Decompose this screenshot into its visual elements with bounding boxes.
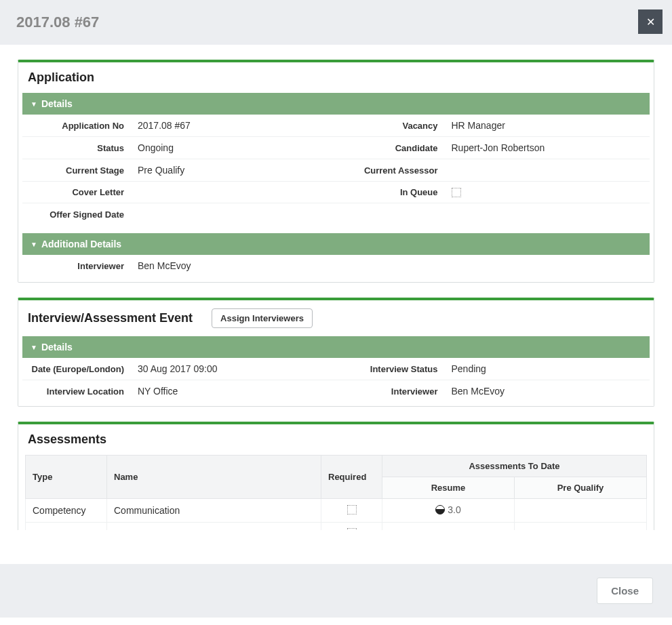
cell-resume — [382, 523, 515, 531]
modal-footer: Close — [0, 564, 672, 618]
label-einterviewer: Interviewer — [336, 380, 445, 402]
modal-title: 2017.08 #67 — [16, 14, 99, 31]
content-scroll[interactable]: Application ▼ Details Application No 201… — [0, 45, 672, 530]
assessments-table: Type Name Required Assessments To Date R… — [25, 455, 647, 530]
value-cover — [131, 182, 336, 203]
value-assessor — [445, 159, 650, 182]
score-badge: 3.0 — [435, 504, 460, 515]
value-stage: Pre Qualify — [131, 159, 336, 182]
assessments-title: Assessments — [18, 424, 654, 455]
label-queue: In Queue — [336, 182, 445, 203]
col-to-date: Assessments To Date — [382, 456, 647, 477]
table-row: Competency Communication 3.0 — [26, 499, 647, 523]
cell-name: Competitive Awareness — [107, 523, 321, 531]
chevron-down-icon: ▼ — [31, 344, 37, 351]
modal-header: 2017.08 #67 ✕ — [0, 0, 672, 45]
label-date: Date (Europe/London) — [22, 358, 131, 380]
label-interviewer: Interviewer — [22, 255, 131, 277]
event-title: Interview/Assessment Event — [28, 311, 193, 325]
label-vacancy: Vacancy — [336, 115, 445, 137]
event-details-grid: Date (Europe/London) 30 Aug 2017 09:00 I… — [22, 358, 650, 402]
table-row: Competency Competitive Awareness — [26, 523, 647, 531]
cell-type: Competency — [26, 499, 107, 523]
col-name: Name — [107, 456, 321, 499]
application-additional-toggle[interactable]: ▼ Additional Details — [22, 233, 650, 255]
event-details-toggle[interactable]: ▼ Details — [22, 336, 650, 358]
application-panel: Application ▼ Details Application No 201… — [18, 60, 654, 283]
label-offer: Offer Signed Date — [22, 203, 131, 225]
chevron-down-icon: ▼ — [31, 241, 37, 248]
chevron-down-icon: ▼ — [31, 100, 37, 108]
col-prequal: Pre Qualify — [515, 477, 647, 499]
cell-prequal — [515, 523, 647, 531]
col-type: Type — [26, 456, 107, 499]
close-icon: ✕ — [646, 16, 655, 28]
assign-interviewers-button[interactable]: Assign Interviewers — [212, 308, 313, 328]
label-location: Interview Location — [22, 380, 131, 402]
label-cover: Cover Letter — [22, 182, 131, 203]
cell-resume: 3.0 — [382, 499, 515, 523]
label-assessor: Current Assessor — [336, 159, 445, 182]
application-details-toggle[interactable]: ▼ Details — [22, 93, 650, 115]
value-einterviewer: Ben McEvoy — [445, 380, 650, 402]
required-checkbox[interactable] — [347, 505, 357, 515]
assessments-panel: Assessments Type Name Required Assessmen… — [18, 422, 654, 530]
value-status: Ongoing — [131, 137, 336, 159]
value-istatus: Pending — [445, 358, 650, 380]
value-date: 30 Aug 2017 09:00 — [131, 358, 336, 380]
cell-name: Communication — [107, 499, 321, 523]
score-dot-icon — [435, 505, 445, 515]
value-app-no: 2017.08 #67 — [131, 115, 336, 137]
value-queue — [445, 182, 650, 203]
value-offer — [131, 203, 336, 225]
cell-required — [321, 523, 382, 531]
required-checkbox[interactable] — [347, 528, 357, 530]
label-stage: Current Stage — [22, 159, 131, 182]
label-candidate: Candidate — [336, 137, 445, 159]
label-istatus: Interview Status — [336, 358, 445, 380]
value-location: NY Office — [131, 380, 336, 402]
label-app-no: Application No — [22, 115, 131, 137]
col-required: Required — [321, 456, 382, 499]
score-value: 3.0 — [448, 504, 460, 515]
value-interviewer: Ben McEvoy — [131, 255, 336, 277]
event-title-row: Interview/Assessment Event Assign Interv… — [18, 300, 654, 336]
cell-required — [321, 499, 382, 523]
application-details-grid: Application No 2017.08 #67 Vacancy HR Ma… — [22, 115, 650, 225]
cell-prequal — [515, 499, 647, 523]
close-icon-button[interactable]: ✕ — [638, 9, 663, 34]
queue-checkbox[interactable] — [452, 188, 461, 197]
cell-type: Competency — [26, 523, 107, 531]
value-vacancy: HR Manager — [445, 115, 650, 137]
section-label: Additional Details — [41, 239, 121, 249]
col-resume: Resume — [382, 477, 515, 499]
label-status: Status — [22, 137, 131, 159]
value-candidate: Rupert-Jon Robertson — [445, 137, 650, 159]
application-title: Application — [18, 62, 654, 93]
close-button[interactable]: Close — [597, 578, 653, 604]
event-panel: Interview/Assessment Event Assign Interv… — [18, 298, 654, 407]
application-additional-grid: Interviewer Ben McEvoy — [22, 255, 650, 277]
section-label: Details — [41, 98, 73, 109]
section-label: Details — [41, 342, 73, 352]
